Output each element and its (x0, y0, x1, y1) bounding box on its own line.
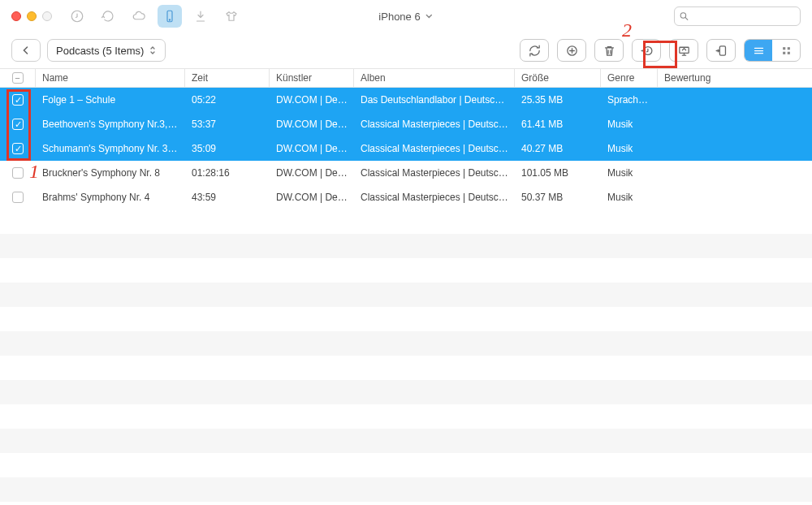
delete-button[interactable] (594, 39, 624, 62)
cell-genre: Musik (601, 119, 658, 130)
history-tab-icon[interactable] (96, 5, 120, 28)
apparel-tab-icon[interactable] (219, 5, 244, 28)
table-row[interactable]: Beethoven's Symphony Nr.3, t…53:37DW.COM… (0, 112, 812, 136)
device-name: iPhone 6 (378, 11, 420, 23)
table-header: Name Zeit Künstler Alben Größe Genre Bew… (0, 68, 812, 88)
cloud-tab-icon[interactable] (127, 5, 151, 28)
table-row[interactable]: Brahms' Symphony Nr. 443:59DW.COM | Deut… (0, 185, 812, 209)
empty-row (0, 453, 812, 477)
row-checkbox[interactable] (12, 119, 24, 130)
cell-alben: Classical Masterpieces | Deutsch… (354, 192, 515, 203)
cell-genre: Musik (601, 143, 658, 154)
back-button[interactable] (11, 39, 41, 62)
window-zoom-button[interactable] (42, 11, 52, 21)
table-row[interactable]: Folge 1 – Schule05:22DW.COM | Deut…Das D… (0, 88, 812, 112)
svg-point-3 (680, 13, 686, 19)
header-name[interactable]: Name (36, 69, 185, 87)
header-genre[interactable]: Genre (601, 69, 658, 87)
select-all-checkbox[interactable] (12, 72, 24, 84)
cell-name: Brahms' Symphony Nr. 4 (36, 192, 185, 203)
to-itunes-button[interactable] (632, 39, 661, 62)
empty-row (0, 404, 812, 429)
cell-alben: Das Deutschlandlabor | Deutsch l… (354, 94, 515, 106)
search-field[interactable] (674, 6, 801, 26)
row-checkbox[interactable] (12, 143, 24, 154)
download-tab-icon[interactable] (188, 5, 213, 28)
cell-kuenstler: DW.COM | Deut… (270, 94, 354, 106)
svg-rect-8 (783, 47, 785, 50)
cell-zeit: 01:28:16 (185, 167, 270, 179)
cell-alben: Classical Masterpieces | Deutsch… (354, 119, 515, 130)
window-controls (11, 11, 52, 21)
empty-rows (0, 209, 812, 502)
grid-view-button[interactable] (772, 40, 800, 61)
svg-rect-9 (787, 47, 789, 50)
device-selector[interactable]: iPhone 6 (378, 11, 433, 23)
action-group (520, 39, 801, 62)
cell-zeit: 05:22 (185, 94, 270, 106)
list-view-button[interactable] (745, 40, 772, 61)
breadcrumb[interactable]: Podcasts (5 Items) (47, 39, 166, 62)
header-groesse[interactable]: Größe (515, 69, 601, 87)
cell-alben: Classical Masterpieces | Deutsch… (354, 143, 515, 154)
empty-row (0, 234, 812, 258)
updown-icon (149, 45, 157, 55)
empty-row (0, 356, 812, 380)
cell-name: Folge 1 – Schule (36, 94, 185, 106)
cell-groesse: 40.27 MB (515, 143, 601, 154)
header-bewertung[interactable]: Bewertung (658, 69, 812, 87)
refresh-button[interactable] (520, 39, 549, 62)
view-toggle (744, 39, 801, 62)
cell-genre: Musik (601, 192, 658, 203)
annotation-label-2: 2 (622, 19, 632, 41)
empty-row (0, 209, 812, 234)
search-icon (679, 11, 689, 22)
to-computer-button[interactable] (669, 39, 698, 62)
header-zeit[interactable]: Zeit (185, 69, 270, 87)
empty-row (0, 283, 812, 307)
cell-name: Beethoven's Symphony Nr.3, t… (36, 119, 185, 130)
svg-rect-7 (719, 45, 725, 54)
table-row[interactable]: Bruckner's Symphony Nr. 801:28:16DW.COM … (0, 161, 812, 185)
cell-zeit: 53:37 (185, 119, 270, 130)
cell-alben: Classical Masterpieces | Deutsch… (354, 167, 515, 179)
cell-genre: Musik (601, 167, 658, 179)
cell-zeit: 43:59 (185, 192, 270, 203)
empty-row (0, 307, 812, 331)
table-body: Folge 1 – Schule05:22DW.COM | Deut…Das D… (0, 88, 812, 209)
row-checkbox[interactable] (12, 167, 24, 179)
cell-kuenstler: DW.COM | Deut… (270, 143, 354, 154)
cell-groesse: 101.05 MB (515, 167, 601, 179)
empty-row (0, 380, 812, 404)
svg-rect-11 (787, 51, 789, 54)
empty-row (0, 331, 812, 356)
row-checkbox[interactable] (12, 94, 24, 106)
sub-toolbar: Podcasts (5 Items) (0, 32, 812, 68)
annotation-label-1: 1 (29, 161, 39, 183)
breadcrumb-label: Podcasts (5 Items) (56, 45, 144, 57)
header-kuenstler[interactable]: Künstler (270, 69, 354, 87)
window-minimize-button[interactable] (27, 11, 37, 21)
chevron-left-icon (21, 45, 31, 55)
svg-point-2 (169, 19, 170, 20)
svg-rect-10 (783, 51, 785, 54)
cell-name: Bruckner's Symphony Nr. 8 (36, 167, 185, 179)
table-row[interactable]: Schumann's Symphony Nr. 3,…35:09DW.COM |… (0, 136, 812, 161)
cell-genre: Sprachk… (601, 94, 658, 106)
cell-groesse: 25.35 MB (515, 94, 601, 106)
window-close-button[interactable] (11, 11, 21, 21)
row-checkbox[interactable] (12, 192, 24, 203)
empty-row (0, 258, 812, 283)
cell-zeit: 35:09 (185, 143, 270, 154)
to-device-button[interactable] (706, 39, 736, 62)
cell-groesse: 61.41 MB (515, 119, 601, 130)
empty-row (0, 477, 812, 502)
header-checkbox-cell (0, 69, 36, 87)
add-button[interactable] (557, 39, 586, 62)
search-input[interactable] (674, 6, 801, 26)
music-tab-icon[interactable] (65, 5, 89, 28)
cell-name: Schumann's Symphony Nr. 3,… (36, 143, 185, 154)
cell-kuenstler: DW.COM | Deut… (270, 192, 354, 203)
device-tab-icon[interactable] (158, 5, 182, 28)
header-alben[interactable]: Alben (354, 69, 515, 87)
